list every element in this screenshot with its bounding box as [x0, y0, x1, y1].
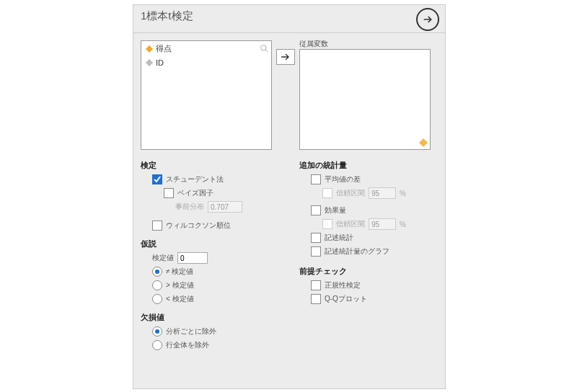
student-label: スチューデント法 [166, 174, 224, 184]
meandiff-label: 平均値の差 [325, 174, 361, 184]
right-options: 追加の統計量 平均値の差 信頼区間 % 効果量 信頼区間 % [299, 156, 444, 307]
testval-label: 検定値 [152, 253, 174, 263]
wilcoxon-label: ウィルコクソン順位 [166, 220, 231, 231]
variable-list[interactable]: 得点 ID [141, 40, 272, 150]
dependent-variable-box[interactable] [299, 49, 431, 150]
missing-per-radio[interactable] [152, 326, 162, 337]
left-options: 検定 スチューデント法 ベイズ因子 事前分布 ウィルコクソン順位 仮説 検定値 [141, 156, 285, 353]
pct-label: % [400, 220, 406, 228]
var-item[interactable]: 得点 [141, 41, 271, 56]
hyp-gt-radio[interactable] [152, 280, 162, 290]
testval-input[interactable] [177, 252, 208, 264]
arrow-right-icon [281, 53, 290, 61]
tests-heading: 検定 [141, 160, 285, 171]
panel-header: 1標本t検定 [133, 5, 445, 33]
descplot-checkbox[interactable] [311, 246, 321, 257]
var-item[interactable]: ID [141, 56, 271, 69]
ci2-label: 信頼区間 [336, 219, 365, 229]
missing-per-label: 分析ごとに除外 [166, 326, 216, 337]
hyp-gt-label: > 検定値 [166, 280, 194, 290]
dv-label: 従属変数 [299, 39, 328, 49]
assume-heading: 前提チェック [299, 266, 444, 277]
scale-accept-icon [419, 138, 428, 147]
hyp-lt-label: < 検定値 [166, 294, 194, 304]
ci2-input [369, 218, 396, 230]
ci1-input [369, 187, 396, 199]
svg-point-0 [261, 45, 267, 51]
wilcoxon-checkbox[interactable] [152, 220, 162, 231]
ttest-panel: 1標本t検定 得点 ID 従属変数 検定 [133, 4, 446, 389]
svg-line-1 [265, 50, 268, 52]
assign-button[interactable] [276, 49, 295, 65]
run-button[interactable] [416, 8, 439, 31]
panel-content: 得点 ID 従属変数 検定 スチューデント法 ベイズ因子 [133, 33, 445, 40]
bayes-label: ベイズ因子 [177, 188, 213, 198]
ci1-label: 信頼区間 [336, 188, 365, 198]
hyp-ne-label: ≠ 検定値 [166, 267, 193, 277]
es-label: 効果量 [325, 205, 346, 215]
hyp-lt-radio[interactable] [152, 294, 162, 304]
var-label: 得点 [156, 43, 172, 54]
prior-label: 事前分布 [175, 202, 204, 212]
additional-heading: 追加の統計量 [299, 160, 444, 171]
ci2-checkbox [322, 219, 332, 229]
arrow-right-icon [422, 14, 433, 25]
normality-checkbox[interactable] [311, 280, 321, 290]
missing-heading: 欠損値 [141, 312, 285, 323]
missing-list-label: 行全体を除外 [166, 340, 209, 350]
descplot-label: 記述統計量のグラフ [325, 246, 389, 257]
hyp-ne-radio[interactable] [152, 267, 162, 277]
search-icon[interactable] [260, 44, 268, 53]
scale-icon [146, 45, 153, 53]
bayes-checkbox[interactable] [164, 188, 174, 198]
missing-list-radio[interactable] [152, 340, 162, 350]
student-checkbox[interactable] [152, 174, 162, 184]
qq-checkbox[interactable] [311, 294, 321, 304]
hypothesis-heading: 仮説 [141, 239, 285, 249]
var-label: ID [156, 58, 164, 67]
es-checkbox[interactable] [311, 205, 321, 215]
desc-checkbox[interactable] [311, 233, 321, 243]
normality-label: 正規性検定 [325, 280, 361, 290]
ci1-checkbox [322, 188, 332, 198]
prior-input [208, 201, 242, 213]
desc-label: 記述統計 [325, 233, 353, 243]
nominal-icon [146, 59, 153, 66]
meandiff-checkbox[interactable] [311, 174, 321, 184]
qq-label: Q-Qプロット [325, 294, 367, 304]
pct-label: % [400, 190, 406, 197]
panel-title: 1標本t検定 [141, 9, 193, 23]
